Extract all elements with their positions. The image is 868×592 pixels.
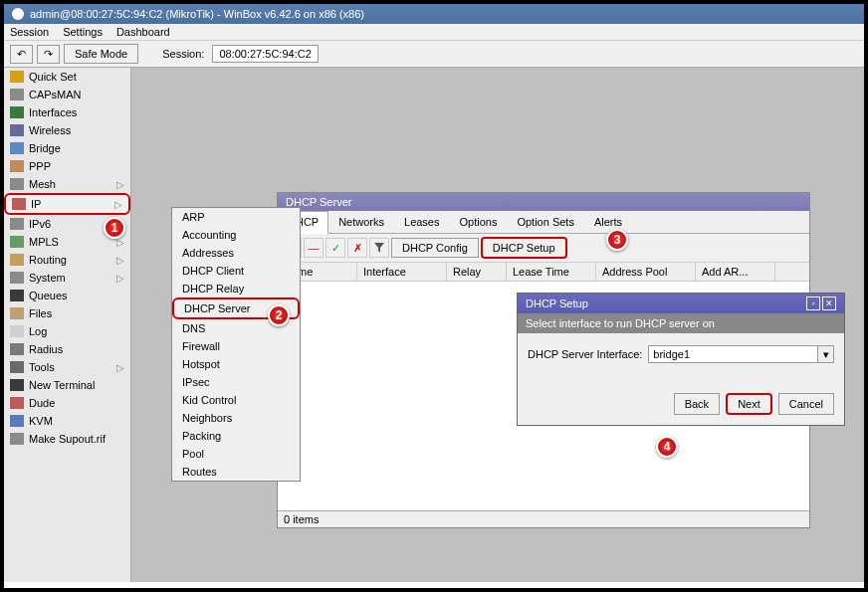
submenu-item-firewall[interactable]: Firewall bbox=[172, 337, 300, 355]
nav-icon bbox=[10, 160, 24, 172]
sidebar-item-queues[interactable]: Queues bbox=[4, 287, 130, 304]
submenu-item-arp[interactable]: ARP bbox=[172, 208, 300, 226]
next-button[interactable]: Next bbox=[726, 393, 772, 415]
nav-icon bbox=[10, 218, 24, 230]
annotation-badge-4: 4 bbox=[656, 436, 678, 458]
nav-icon bbox=[10, 397, 24, 409]
dhcp-server-window: DHCP Server DHCPNetworksLeasesOptionsOpt… bbox=[277, 192, 810, 528]
nav-icon bbox=[10, 343, 24, 355]
remove-button[interactable]: — bbox=[304, 238, 324, 258]
sidebar-item-kvm[interactable]: KVM bbox=[4, 412, 130, 430]
dropdown-arrow-icon[interactable]: ▾ bbox=[817, 346, 833, 362]
submenu-item-ipsec[interactable]: IPsec bbox=[172, 373, 300, 391]
sidebar-item-quick-set[interactable]: Quick Set bbox=[4, 68, 130, 86]
sidebar-item-capsman[interactable]: CAPsMAN bbox=[4, 86, 130, 103]
sidebar-item-wireless[interactable]: Wireless bbox=[4, 121, 130, 139]
submenu-item-addresses[interactable]: Addresses bbox=[172, 244, 300, 262]
sidebar-item-label: IP bbox=[31, 198, 41, 210]
dhcp-setup-button[interactable]: DHCP Setup bbox=[481, 237, 567, 259]
sidebar-item-tools[interactable]: Tools▷ bbox=[4, 358, 130, 376]
sidebar-item-ip[interactable]: IP▷ bbox=[4, 193, 130, 215]
tab-networks[interactable]: Networks bbox=[328, 211, 394, 233]
nav-icon bbox=[10, 272, 24, 284]
submenu-item-dhcp-client[interactable]: DHCP Client bbox=[172, 262, 300, 280]
sidebar-item-label: Make Supout.rif bbox=[29, 433, 106, 445]
sidebar-item-dude[interactable]: Dude bbox=[4, 394, 130, 412]
submenu-item-routes[interactable]: Routes bbox=[172, 463, 300, 481]
redo-button[interactable]: ↷ bbox=[37, 45, 60, 64]
menu-dashboard[interactable]: Dashboard bbox=[116, 26, 170, 38]
undo-button[interactable]: ↶ bbox=[10, 45, 33, 64]
nav-icon bbox=[10, 307, 24, 319]
column-header[interactable]: Address Pool bbox=[596, 263, 696, 281]
nav-icon bbox=[10, 89, 24, 100]
chevron-right-icon: ▷ bbox=[116, 179, 124, 190]
enable-button[interactable]: ✓ bbox=[326, 238, 345, 258]
sidebar-item-label: Quick Set bbox=[29, 71, 77, 83]
submenu-item-pool[interactable]: Pool bbox=[172, 445, 300, 463]
safe-mode-button[interactable]: Safe Mode bbox=[64, 44, 138, 64]
back-button[interactable]: Back bbox=[674, 393, 720, 415]
sidebar-item-label: Bridge bbox=[29, 142, 61, 154]
nav-icon bbox=[10, 124, 24, 136]
app-icon bbox=[12, 8, 24, 20]
sidebar-item-radius[interactable]: Radius bbox=[4, 340, 130, 358]
interface-label: DHCP Server Interface: bbox=[528, 348, 642, 360]
tab-option-sets[interactable]: Option Sets bbox=[507, 211, 583, 233]
nav-icon bbox=[10, 379, 24, 391]
close-icon[interactable]: ✕ bbox=[822, 296, 836, 310]
sidebar-item-label: Log bbox=[29, 325, 47, 337]
filter-button[interactable] bbox=[369, 238, 389, 258]
sidebar-item-mesh[interactable]: Mesh▷ bbox=[4, 175, 130, 193]
status-bar: 0 items bbox=[278, 510, 809, 527]
submenu-item-dhcp-relay[interactable]: DHCP Relay bbox=[172, 280, 300, 297]
detach-icon[interactable]: ▫ bbox=[806, 296, 820, 310]
submenu-item-packing[interactable]: Packing bbox=[172, 427, 300, 445]
sidebar-item-label: IPv6 bbox=[29, 218, 51, 230]
dhcp-setup-dialog: DHCP Setup ▫ ✕ Select interface to run D… bbox=[517, 293, 845, 426]
tab-options[interactable]: Options bbox=[450, 211, 508, 233]
table-body: DHCP Setup ▫ ✕ Select interface to run D… bbox=[278, 282, 809, 510]
sidebar-item-label: Interfaces bbox=[29, 106, 77, 118]
submenu-item-kid-control[interactable]: Kid Control bbox=[172, 391, 300, 409]
disable-button[interactable]: ✗ bbox=[347, 238, 367, 258]
submenu-item-accounting[interactable]: Accounting bbox=[172, 226, 300, 244]
sidebar-item-new-terminal[interactable]: New Terminal bbox=[4, 376, 130, 394]
sidebar-item-label: Radius bbox=[29, 343, 63, 355]
nav-icon bbox=[12, 198, 26, 210]
nav-icon bbox=[10, 325, 24, 337]
menu-settings[interactable]: Settings bbox=[63, 26, 103, 38]
dhcp-config-button[interactable]: DHCP Config bbox=[391, 238, 479, 258]
cancel-button[interactable]: Cancel bbox=[778, 393, 834, 415]
column-header[interactable]: Relay bbox=[447, 263, 507, 281]
submenu-item-hotspot[interactable]: Hotspot bbox=[172, 355, 300, 373]
setup-instruction: Select interface to run DHCP server on bbox=[518, 313, 844, 333]
chevron-right-icon: ▷ bbox=[116, 273, 124, 284]
sidebar-item-log[interactable]: Log bbox=[4, 322, 130, 340]
column-header[interactable]: Interface bbox=[357, 263, 447, 281]
annotation-badge-1: 1 bbox=[104, 217, 125, 239]
nav-icon bbox=[10, 254, 24, 266]
sidebar-item-ppp[interactable]: PPP bbox=[4, 157, 130, 175]
tab-alerts[interactable]: Alerts bbox=[584, 211, 632, 233]
sidebar-item-routing[interactable]: Routing▷ bbox=[4, 251, 130, 269]
sidebar-item-bridge[interactable]: Bridge bbox=[4, 139, 130, 157]
interface-input[interactable] bbox=[649, 346, 817, 362]
dhcp-tabs: DHCPNetworksLeasesOptionsOption SetsAler… bbox=[278, 211, 809, 234]
column-header[interactable]: Add AR... bbox=[696, 263, 775, 281]
nav-icon bbox=[10, 178, 24, 190]
sidebar-item-interfaces[interactable]: Interfaces bbox=[4, 103, 130, 121]
sidebar-item-label: Queues bbox=[29, 290, 68, 301]
sidebar-item-system[interactable]: System▷ bbox=[4, 269, 130, 287]
menu-session[interactable]: Session bbox=[10, 26, 49, 38]
nav-icon bbox=[10, 106, 24, 118]
sidebar-item-make-supout.rif[interactable]: Make Supout.rif bbox=[4, 430, 130, 448]
titlebar-text: admin@08:00:27:5C:94:C2 (MikroTik) - Win… bbox=[30, 8, 364, 20]
sidebar: Quick SetCAPsMANInterfacesWirelessBridge… bbox=[4, 68, 131, 582]
submenu-item-neighbors[interactable]: Neighbors bbox=[172, 409, 300, 427]
column-header[interactable]: Lease Time bbox=[507, 263, 596, 281]
sidebar-item-files[interactable]: Files bbox=[4, 304, 130, 322]
sidebar-item-label: Routing bbox=[29, 254, 67, 266]
tab-leases[interactable]: Leases bbox=[394, 211, 449, 233]
nav-icon bbox=[10, 236, 24, 248]
